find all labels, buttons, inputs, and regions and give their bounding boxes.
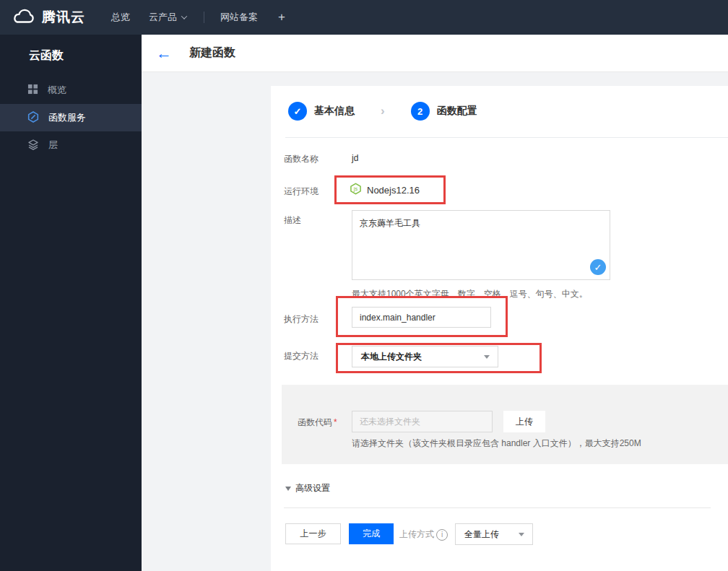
handler-input[interactable]: [352, 307, 491, 328]
folder-path-input: [352, 411, 493, 432]
chevron-down-icon: [181, 13, 187, 19]
submit-method-value: 本地上传文件夹: [361, 351, 422, 363]
description-label: 描述: [284, 214, 301, 227]
function-name-value: jd: [352, 153, 358, 163]
check-circle-icon: ✓: [590, 259, 606, 275]
sidebar-item-label: 概览: [48, 84, 66, 97]
annotation-box-runtime: js Nodejs12.16: [334, 175, 446, 204]
sidebar-item-label: 函数服务: [48, 111, 86, 124]
info-icon[interactable]: i: [436, 529, 448, 541]
nav-item-website-beian[interactable]: 网站备案: [220, 11, 258, 24]
layers-icon: [27, 139, 39, 152]
create-function-card: ✓ 基本信息 › 2 函数配置 函数名称 jd 运行环境 js Nodejs12…: [271, 86, 728, 571]
description-field: 京东薅羊毛工具 ✓: [352, 210, 610, 280]
brand-name: 腾讯云: [42, 8, 85, 27]
cloud-icon: [10, 7, 36, 28]
tencent-cloud-logo[interactable]: 腾讯云: [0, 7, 85, 28]
back-arrow-icon[interactable]: ←: [156, 45, 172, 61]
upload-mode-label: 上传方式: [399, 528, 434, 541]
wizard-steps: ✓ 基本信息 › 2 函数配置: [288, 102, 477, 121]
function-code-label: 函数代码*: [298, 417, 337, 429]
check-icon: ✓: [288, 102, 307, 121]
sidebar-item-layers[interactable]: 层: [0, 131, 142, 159]
step-chevron-icon: ›: [381, 104, 385, 118]
function-code-section: 函数代码* 上传 请选择文件夹（该文件夹根目录应包含 handler 入口文件）…: [282, 385, 728, 464]
nav-item-overview[interactable]: 总览: [111, 11, 130, 24]
runtime-label: 运行环境: [284, 186, 318, 198]
function-hexagon-icon: [27, 111, 39, 125]
nodejs-hexagon-icon: js: [350, 183, 362, 198]
submit-method-select[interactable]: 本地上传文件夹: [352, 346, 498, 367]
advanced-settings-label: 高级设置: [295, 482, 330, 494]
step-basic-info[interactable]: ✓ 基本信息: [288, 102, 355, 121]
nav-item-cloud-products-label: 云产品: [149, 11, 177, 24]
step-function-config: 2 函数配置: [411, 102, 477, 121]
footer-divider: [284, 507, 711, 508]
navbar-divider: [204, 12, 204, 23]
step-label: 函数配置: [437, 105, 477, 118]
upload-mode-select[interactable]: 全量上传: [455, 523, 533, 545]
sidebar-title: 云函数: [0, 35, 142, 77]
step-label: 基本信息: [314, 105, 355, 118]
upload-mode: 上传方式 i: [399, 528, 448, 541]
sidebar: 云函数 概览 函数服务 层: [0, 35, 142, 571]
top-navbar: 腾讯云 总览 云产品 网站备案 +: [0, 0, 728, 35]
handler-label: 执行方法: [284, 313, 318, 326]
advanced-settings-toggle[interactable]: 高级设置: [285, 482, 330, 494]
function-code-hint: 请选择文件夹（该文件夹根目录应包含 handler 入口文件），最大支持250M: [352, 437, 641, 450]
sidebar-item-function-service[interactable]: 函数服务: [0, 104, 142, 131]
runtime-value: Nodejs12.16: [367, 185, 420, 196]
add-nav-tab-button[interactable]: +: [278, 10, 285, 25]
grid-icon: [27, 84, 38, 97]
required-asterisk: *: [334, 417, 337, 427]
nav-item-cloud-products[interactable]: 云产品: [149, 11, 186, 24]
description-hint: 最大支持1000个英文字母、数字、空格、逗号、句号、中文。: [352, 288, 588, 300]
finish-button[interactable]: 完成: [349, 523, 394, 544]
previous-step-button[interactable]: 上一步: [285, 523, 341, 544]
steps-divider: [285, 137, 728, 138]
description-textarea[interactable]: 京东薅羊毛工具: [352, 211, 610, 279]
sidebar-item-overview[interactable]: 概览: [0, 77, 142, 104]
function-name-label: 函数名称: [284, 153, 318, 165]
submit-method-label: 提交方法: [284, 350, 318, 362]
caret-down-icon: [519, 533, 524, 539]
step-number-badge: 2: [411, 102, 430, 121]
svg-text:js: js: [353, 186, 358, 192]
triangle-down-icon: [285, 487, 291, 494]
page-title: 新建函数: [189, 45, 235, 61]
caret-down-icon: [484, 355, 490, 362]
upload-mode-value: 全量上传: [464, 528, 499, 541]
page-header: ← 新建函数: [142, 35, 728, 72]
sidebar-item-label: 层: [48, 139, 58, 152]
upload-button[interactable]: 上传: [503, 411, 545, 432]
